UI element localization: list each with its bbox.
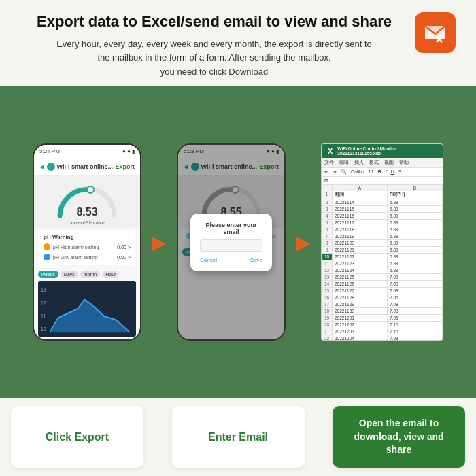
phone1-nav: ◀ WiFi smart online... Export: [34, 157, 140, 176]
dialog-email-input[interactable]: [200, 239, 262, 252]
header-title: Export data to Excel/send email to view …: [27, 12, 401, 32]
svg-text:12: 12: [41, 299, 46, 307]
excel-row[interactable]: 10202211226.89: [322, 254, 443, 260]
arrow2: ▶: [296, 231, 311, 254]
excel-row[interactable]: 21202212037.15: [322, 328, 443, 335]
excel-row[interactable]: 15202211277.08: [322, 288, 443, 294]
phone1-time-tabs: weeks Days month Hour: [34, 268, 140, 281]
svg-point-4: [87, 186, 94, 193]
ph-high-dot: [44, 243, 50, 250]
svg-text:13: 13: [41, 286, 46, 294]
excel-title-bar: X WiFi Online Control Monitor 2022121311…: [322, 144, 443, 158]
excel-toolbar: ↩ ↪ 🔍 Calibri 11 B I U S: [322, 168, 443, 177]
email-icon: [415, 12, 456, 53]
excel-row[interactable]: 17202211297.08: [322, 301, 443, 308]
excel-row[interactable]: 7202211196.89: [322, 233, 443, 240]
phone1-nav-icon: [47, 163, 55, 171]
open-email-card[interactable]: Open the email to download, view and sha…: [333, 406, 465, 468]
phone1-status-bar: 5:24 PM ● ● ▮: [34, 145, 140, 157]
svg-text:11: 11: [41, 312, 46, 320]
phone2-screen: 5:23 PM ● ● ▮ ◀ WiFi smart online... Exp…: [178, 145, 284, 339]
open-email-label: Open the email to download, view and sha…: [342, 417, 456, 457]
excel-row[interactable]: 16202211287.05: [322, 294, 443, 301]
tab-month[interactable]: month: [80, 271, 100, 278]
enter-email-card[interactable]: Enter Email: [172, 406, 305, 468]
main-container: Export data to Excel/send email to view …: [0, 0, 476, 476]
ph-low-row: pH Low alarm setting 0.00 >: [44, 252, 131, 262]
excel-col-headers: AB: [322, 185, 443, 191]
dialog-buttons: Cancel Save: [200, 257, 262, 263]
phone1-ph-warning: pH Warning pH High alarm setting 0.00 >: [38, 231, 136, 265]
arrow1: ▶: [152, 231, 167, 254]
excel-menu-bar: 文件 编辑 插入 格式 视图 帮助: [322, 158, 443, 168]
excel-row[interactable]: 12202211246.89: [322, 267, 443, 274]
phone2-frame: 5:23 PM ● ● ▮ ◀ WiFi smart online... Exp…: [177, 143, 286, 341]
ph-low-dot: [44, 254, 50, 260]
excel-row[interactable]: 4202211166.89: [322, 213, 443, 220]
excel-x-icon: X: [326, 147, 335, 155]
phone1-gauge: 8.53 currentPHvalue: [34, 176, 140, 228]
excel-row[interactable]: 6202211186.89: [322, 226, 443, 233]
excel-grid: AB1时间PH(PH)2202211146.893202211156.89420…: [322, 185, 443, 340]
screenshots-section: 5:24 PM ● ● ▮ ◀ WiFi smart online... Exp…: [0, 86, 476, 398]
tab-weeks[interactable]: weeks: [38, 271, 58, 278]
tab-days[interactable]: Days: [61, 271, 78, 278]
excel-row[interactable]: 5202211176.89: [322, 220, 443, 226]
excel-row[interactable]: 8202211206.89: [322, 240, 443, 247]
dialog-cancel-btn[interactable]: Cancel: [200, 257, 217, 263]
phone1-chart: 13 12 11 10: [38, 281, 136, 337]
excel-row[interactable]: 22202212047.08: [322, 335, 443, 340]
click-export-label: Click Export: [46, 431, 109, 443]
excel-row[interactable]: 1时间PH(PH): [322, 191, 443, 199]
excel-row[interactable]: 20202212027.15: [322, 322, 443, 328]
excel-title: WiFi Online Control Monitor 202212131101…: [337, 146, 439, 156]
dialog-title: Please enter your email: [200, 222, 262, 235]
enter-email-label: Enter Email: [208, 431, 268, 443]
excel-row[interactable]: 3202211156.89: [322, 206, 443, 213]
excel-row[interactable]: 14202211267.08: [322, 281, 443, 288]
cards-section: Click Export Enter Email Open the email …: [0, 398, 476, 476]
click-export-card[interactable]: Click Export: [11, 406, 143, 468]
phone1-screen: 5:24 PM ● ● ▮ ◀ WiFi smart online... Exp…: [34, 145, 140, 339]
excel-frame: X WiFi Online Control Monitor 2022121311…: [321, 143, 443, 341]
dialog-save-btn[interactable]: Save: [250, 257, 262, 263]
excel-row[interactable]: 13202211257.08: [322, 274, 443, 281]
excel-row[interactable]: 2202211146.89: [322, 199, 443, 206]
phone1-frame: 5:24 PM ● ● ▮ ◀ WiFi smart online... Exp…: [33, 143, 141, 341]
email-dialog-overlay: Please enter your email Cancel Save: [178, 145, 284, 339]
tab-hour[interactable]: Hour: [102, 271, 119, 278]
phone1-gauge-value: 8.53: [76, 206, 97, 218]
ph-high-row: pH High alarm setting 0.00 >: [44, 242, 131, 252]
header-section: Export data to Excel/send email to view …: [0, 0, 476, 86]
phone2-wrapper: 5:23 PM ● ● ▮ ◀ WiFi smart online... Exp…: [177, 143, 286, 341]
excel-row[interactable]: 9202211216.89: [322, 247, 443, 254]
phone1-gauge-label: currentPHvalue: [68, 220, 105, 226]
phone1-wrapper: 5:24 PM ● ● ▮ ◀ WiFi smart online... Exp…: [33, 143, 141, 341]
excel-row[interactable]: 11202211236.89: [322, 260, 443, 267]
excel-row[interactable]: 19202212017.05: [322, 315, 443, 322]
excel-formula-bar: f1: [322, 177, 443, 185]
header-subtitle: Every hour, every day, every week and ev…: [27, 37, 401, 80]
excel-row[interactable]: 18202211307.08: [322, 308, 443, 315]
email-dialog: Please enter your email Cancel Save: [190, 214, 272, 271]
svg-text:10: 10: [41, 325, 46, 333]
